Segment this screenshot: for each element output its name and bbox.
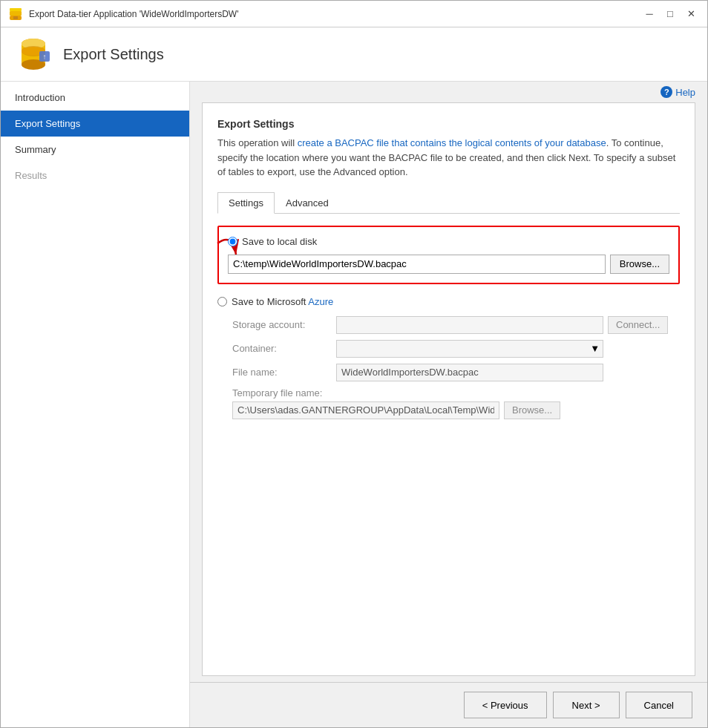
section-title: Export Settings	[217, 118, 680, 130]
file-name-input	[336, 364, 603, 381]
sidebar-item-results: Results	[1, 163, 189, 188]
content-area: ? Help Export Settings This operation wi…	[190, 82, 707, 727]
temp-file-input-row: Browse...	[232, 401, 680, 419]
header-area: ↑ Export Settings	[1, 27, 707, 82]
local-path-input[interactable]	[228, 255, 606, 274]
storage-account-label: Storage account:	[232, 319, 336, 330]
header-icon: ↑	[16, 36, 51, 72]
browse-local-button[interactable]: Browse...	[610, 255, 669, 274]
temp-file-row: Temporary file name: Browse...	[217, 387, 680, 419]
minimize-button[interactable]: ─	[640, 7, 658, 22]
save-local-radio[interactable]	[228, 237, 237, 246]
main-body: Introduction Export Settings Summary Res…	[1, 82, 707, 727]
tab-advanced[interactable]: Advanced	[275, 192, 340, 214]
sidebar-item-introduction[interactable]: Introduction	[1, 85, 189, 111]
storage-account-row: Storage account: Connect...	[217, 316, 680, 334]
svg-text:↑: ↑	[43, 53, 47, 61]
local-disk-settings-box: Save to local disk Browse...	[217, 226, 680, 284]
container-row: Container: ▼	[217, 340, 680, 358]
azure-blue-label: Azure	[308, 296, 333, 307]
help-link[interactable]: ? Help	[661, 86, 695, 98]
save-local-label: Save to local disk	[242, 236, 317, 247]
container-input: ▼	[336, 340, 603, 358]
app-icon	[8, 7, 23, 22]
tab-settings[interactable]: Settings	[217, 192, 275, 214]
temp-file-label: Temporary file name:	[232, 387, 680, 399]
container-label: Container:	[232, 343, 336, 354]
sidebar-item-summary[interactable]: Summary	[1, 137, 189, 163]
desc-highlight: create a BACPAC file that contains the l…	[298, 137, 606, 148]
bottom-bar: < Previous Next > Cancel	[190, 682, 707, 727]
sidebar-item-export-settings[interactable]: Export Settings	[1, 111, 189, 137]
save-azure-label: Save to Microsoft Azure	[232, 296, 333, 307]
maximize-button[interactable]: □	[661, 7, 679, 22]
window-title: Export Data-tier Application 'WideWorldI…	[29, 9, 238, 19]
save-local-option[interactable]: Save to local disk	[228, 236, 669, 247]
file-name-row: File name:	[217, 364, 680, 381]
temp-file-input	[232, 401, 499, 419]
tab-bar: Settings Advanced	[217, 191, 680, 214]
path-row: Browse...	[228, 255, 669, 274]
content-panel: Export Settings This operation will crea…	[202, 102, 695, 676]
svg-rect-1	[10, 11, 22, 16]
storage-account-input	[336, 316, 603, 334]
help-label: Help	[675, 87, 695, 98]
svg-rect-3	[13, 16, 18, 19]
page-title: Export Settings	[63, 46, 164, 63]
next-button[interactable]: Next >	[553, 692, 620, 718]
section-description: This operation will create a BACPAC file…	[217, 136, 680, 180]
help-icon: ?	[661, 86, 672, 98]
cancel-button[interactable]: Cancel	[626, 692, 692, 718]
svg-rect-2	[10, 8, 22, 11]
previous-button[interactable]: < Previous	[464, 692, 547, 718]
connect-button: Connect...	[608, 316, 668, 334]
help-row: ? Help	[190, 82, 707, 102]
sidebar: Introduction Export Settings Summary Res…	[1, 82, 190, 727]
desc-part1: This operation will	[217, 137, 298, 148]
main-window: Export Data-tier Application 'WideWorldI…	[0, 0, 708, 728]
save-azure-option[interactable]: Save to Microsoft Azure	[217, 296, 680, 307]
browse-temp-button: Browse...	[504, 401, 560, 419]
save-azure-radio[interactable]	[217, 297, 227, 306]
close-button[interactable]: ✕	[682, 7, 700, 22]
title-bar: Export Data-tier Application 'WideWorldI…	[1, 1, 707, 27]
file-name-label: File name:	[232, 367, 336, 378]
